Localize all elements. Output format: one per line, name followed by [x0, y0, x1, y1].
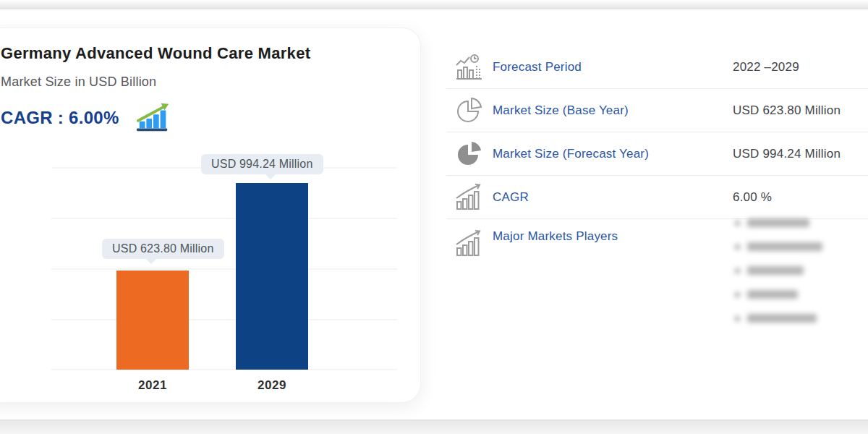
bullet-icon [735, 316, 740, 321]
tooltip-2021: USD 623.80 Million [102, 239, 224, 259]
locked-player-item [735, 264, 868, 277]
table-row-market-size-base: Market Size (Base Year) USD 623.80 Milli… [446, 89, 868, 132]
table-row-major-players: Major Markets Players Request For [446, 219, 868, 434]
table-row-cagr: CAGR 6.00 % [446, 176, 868, 219]
bar-2029[interactable] [236, 183, 308, 370]
row-label: CAGR [493, 190, 529, 205]
row-value: USD 994.24 Million [733, 147, 841, 161]
bullet-icon [735, 292, 740, 297]
row-value: 6.00 % [733, 190, 772, 205]
locked-player-item [735, 216, 868, 229]
tooltip-pointer [265, 174, 276, 179]
tooltip-pointer [145, 258, 157, 264]
bottom-divider [0, 420, 868, 434]
bar-chart: USD 623.80 Million USD 994.24 Million 20… [0, 28, 420, 402]
pie-outline-icon [455, 96, 484, 125]
locked-players-list [735, 216, 868, 336]
gridline [51, 369, 397, 370]
locked-player-item [735, 312, 868, 325]
locked-player-item [735, 240, 868, 253]
tooltip-2029-text: USD 994.24 Million [211, 158, 313, 170]
locked-player-item [735, 288, 868, 301]
gridline [51, 319, 397, 320]
bar-2021[interactable] [116, 271, 189, 370]
row-label: Market Size (Forecast Year) [493, 147, 649, 161]
row-label: Major Markets Players [493, 229, 618, 244]
x-axis-label-2021: 2021 [116, 378, 189, 393]
bullet-icon [735, 221, 740, 226]
top-divider [0, 0, 868, 9]
table-row-market-size-forecast: Market Size (Forecast Year) USD 994.24 M… [446, 132, 868, 176]
pie-solid-icon [455, 140, 484, 169]
row-value: 2022 –2029 [733, 60, 799, 75]
tooltip-2029: USD 994.24 Million [201, 154, 323, 174]
tooltip-2021-text: USD 623.80 Million [112, 242, 214, 255]
row-label: Market Size (Base Year) [493, 103, 629, 118]
gridline [51, 218, 397, 219]
row-value: USD 623.80 Million [733, 103, 841, 118]
bullet-icon [735, 268, 740, 273]
bullet-icon [735, 244, 740, 250]
gridline [51, 268, 397, 270]
market-info-table: Forecast Period 2022 –2029 Market Size (… [446, 46, 868, 434]
forecast-analytics-icon [455, 53, 484, 82]
table-row-forecast-period: Forecast Period 2022 –2029 [446, 46, 868, 89]
market-summary-card: Germany Advanced Wound Care Market Marke… [0, 27, 421, 403]
row-label: Forecast Period [493, 60, 582, 75]
growth-bars-icon [455, 229, 484, 258]
growth-bars-icon [455, 183, 484, 212]
page: Germany Advanced Wound Care Market Marke… [0, 0, 868, 434]
x-axis-label-2029: 2029 [236, 378, 308, 393]
